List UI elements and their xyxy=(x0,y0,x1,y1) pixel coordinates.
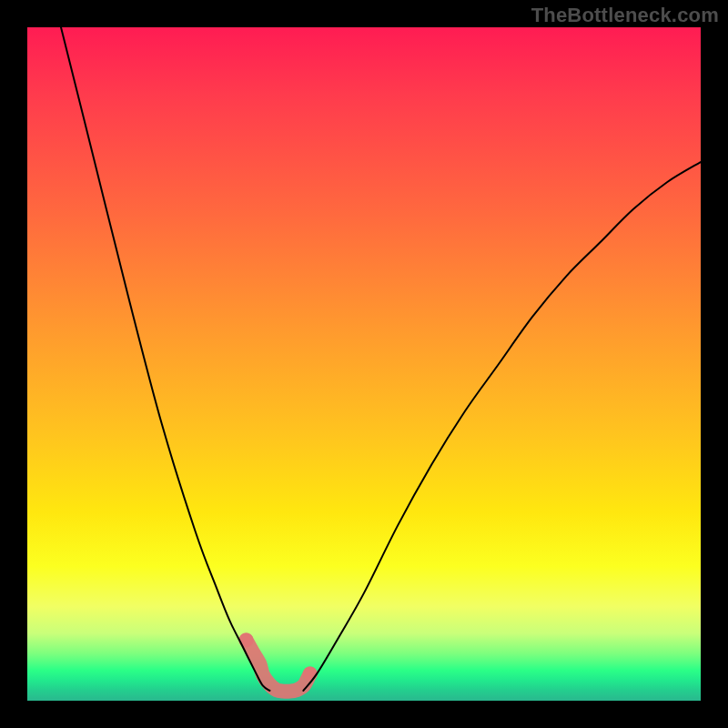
chart-frame: TheBottleneck.com xyxy=(0,0,728,728)
watermark-text: TheBottleneck.com xyxy=(531,4,719,27)
curve-layer xyxy=(27,27,701,701)
curve-right-branch xyxy=(303,162,701,691)
svg-point-1 xyxy=(303,666,318,681)
valley-marker xyxy=(247,640,310,691)
plot-area xyxy=(27,27,701,701)
curve-left-branch xyxy=(61,27,269,691)
